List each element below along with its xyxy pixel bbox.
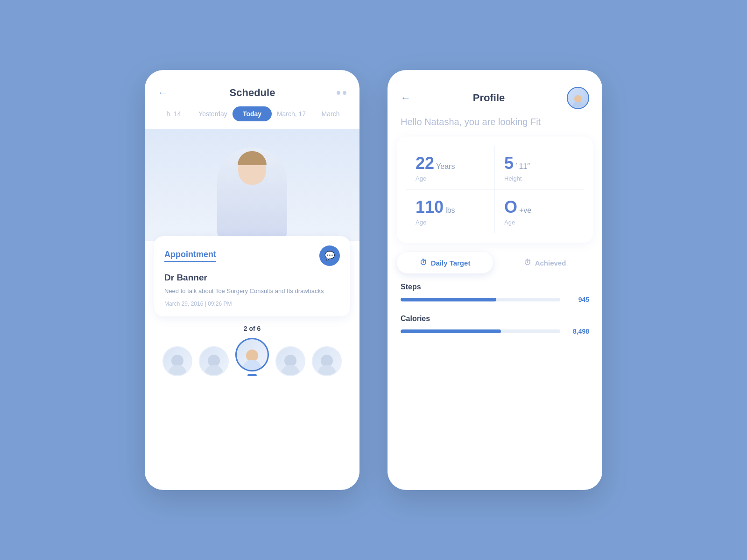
schedule-header: ← Schedule [145,70,359,106]
pagination-indicator: 2 of 6 [145,316,359,338]
calories-value: 8,498 [566,328,589,335]
steps-bar-fill [401,298,496,301]
avatar-circle-3 [235,338,269,371]
schedule-phone: ← Schedule h, 14 Yesterday Today March, … [145,70,359,490]
stat-weight-value: 110 lbs [416,197,485,217]
tab-achieved[interactable]: ⏱ Achieved [497,252,593,273]
calories-label: Calories [401,315,589,323]
avatar-circle-1 [162,346,192,376]
appointment-header: Appointment 💬 [164,245,340,266]
stat-height-label: Height [504,175,574,182]
appointment-date: March 29, 2016 | 09:26 PM [164,301,340,307]
steps-bar-bg [401,298,560,301]
metric-calories: Calories 8,498 [401,315,589,335]
date-tab-march14[interactable]: h, 14 [154,106,193,121]
achieved-label: Achieved [535,259,566,267]
stat-weight: 110 lbs Age [406,190,495,233]
stat-age-unit: Years [436,162,455,171]
calories-bar-fill [401,329,501,333]
appointment-title: Appointment [164,250,216,262]
stat-weight-unit: lbs [445,206,455,215]
metrics-section: Steps 945 Calories 8,498 [388,283,602,346]
doctor-silhouette [217,147,287,241]
daily-target-label: Daily Target [431,259,471,267]
steps-value: 945 [566,296,589,303]
avatar-active-indicator [247,374,257,376]
daily-target-icon: ⏱ [420,259,427,267]
stat-blood: O +ve Age [495,190,584,233]
doctor-name: Dr Banner [164,273,340,283]
chat-button[interactable]: 💬 [319,245,340,266]
stats-card: 22 Years Age 5 ′ 11″ Height 110 lbs Age [397,137,593,243]
profile-phone: ← Profile Hello Natasha, you are looking… [388,70,602,490]
steps-bar-row: 945 [401,296,589,303]
greeting-text: Hello Natasha, you are looking Fit [388,117,602,137]
appointment-card: Appointment 💬 Dr Banner Need to talk abo… [154,236,350,316]
stat-height-unit: 11″ [519,162,529,171]
stat-blood-unit: +ve [519,206,531,215]
tab-daily-target[interactable]: ⏱ Daily Target [397,252,493,273]
dot-1 [337,91,340,95]
avatar-circle-4 [275,346,305,376]
stats-grid: 22 Years Age 5 ′ 11″ Height 110 lbs Age [406,146,584,233]
stat-blood-value: O +ve [504,197,574,217]
doctor-image-area [145,129,359,241]
profile-back-button[interactable]: ← [401,92,411,104]
stat-age-value: 22 Years [416,154,485,173]
profile-mini-avatar [572,88,584,108]
stat-height-sup: ′ [515,161,517,171]
stat-age: 22 Years Age [406,146,495,190]
avatar-item-2[interactable] [199,346,229,376]
stat-height-value: 5 ′ 11″ [504,154,574,173]
profile-avatar-icon[interactable] [567,87,589,109]
chat-icon: 💬 [324,251,335,261]
metric-steps: Steps 945 [401,283,589,303]
menu-dots[interactable] [337,91,346,95]
date-tab-march[interactable]: March [311,106,350,121]
avatar-item-5[interactable] [312,346,342,376]
date-tab-today[interactable]: Today [233,106,272,121]
stat-age-label: Age [416,175,485,182]
stat-height: 5 ′ 11″ Height [495,146,584,190]
achieved-icon: ⏱ [524,259,531,267]
date-tabs: h, 14 Yesterday Today March, 17 March [145,106,359,129]
avatar-circle-2 [199,346,229,376]
avatar-circle-5 [312,346,342,376]
date-tab-march17[interactable]: March, 17 [272,106,311,121]
toggle-tabs: ⏱ Daily Target ⏱ Achieved [388,252,602,283]
back-button[interactable]: ← [158,87,168,99]
doctor-avatars-row [145,338,359,385]
calories-bar-bg [401,329,560,333]
avatar-item-4[interactable] [275,346,305,376]
stat-blood-label: Age [504,219,574,226]
doctor-avatar [210,138,294,241]
appointment-notes: Need to talk about Toe Surgery Consults … [164,287,340,296]
dot-2 [343,91,346,95]
steps-label: Steps [401,283,589,291]
profile-title: Profile [473,92,505,104]
avatar-item-1[interactable] [162,346,192,376]
profile-header: ← Profile [388,70,602,117]
calories-bar-row: 8,498 [401,328,589,335]
date-tab-yesterday[interactable]: Yesterday [193,106,233,121]
schedule-title: Schedule [230,87,275,99]
mini-body [572,102,584,107]
stat-weight-label: Age [416,219,485,226]
avatar-item-3-active[interactable] [235,338,269,376]
